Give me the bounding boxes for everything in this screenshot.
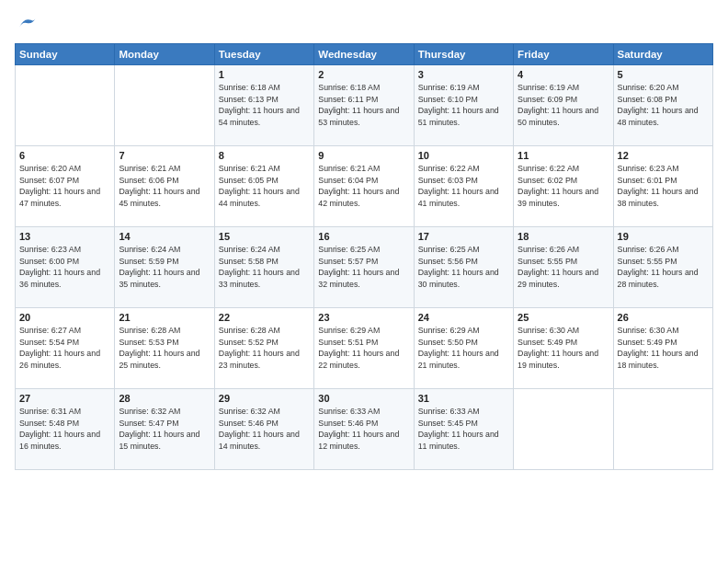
calendar-cell: 21Sunrise: 6:28 AM Sunset: 5:53 PM Dayli… <box>115 307 214 388</box>
day-number: 18 <box>518 231 609 242</box>
calendar-table: SundayMondayTuesdayWednesdayThursdayFrid… <box>15 43 713 470</box>
calendar-week-row: 27Sunrise: 6:31 AM Sunset: 5:48 PM Dayli… <box>16 388 713 469</box>
calendar-cell: 12Sunrise: 6:23 AM Sunset: 6:01 PM Dayli… <box>613 145 712 226</box>
calendar-cell: 13Sunrise: 6:23 AM Sunset: 6:00 PM Dayli… <box>16 226 115 307</box>
day-number: 6 <box>19 150 110 161</box>
calendar-body: 1Sunrise: 6:18 AM Sunset: 6:13 PM Daylig… <box>16 64 713 469</box>
day-number: 21 <box>119 312 210 323</box>
day-info: Sunrise: 6:25 AM Sunset: 5:56 PM Dayligh… <box>418 244 509 291</box>
day-number: 19 <box>618 231 709 242</box>
day-number: 7 <box>119 150 210 161</box>
day-number: 23 <box>318 312 409 323</box>
calendar-cell: 27Sunrise: 6:31 AM Sunset: 5:48 PM Dayli… <box>16 388 115 469</box>
day-number: 11 <box>518 150 609 161</box>
calendar-cell: 16Sunrise: 6:25 AM Sunset: 5:57 PM Dayli… <box>314 226 414 307</box>
calendar-cell: 25Sunrise: 6:30 AM Sunset: 5:49 PM Dayli… <box>514 307 613 388</box>
day-info: Sunrise: 6:28 AM Sunset: 5:52 PM Dayligh… <box>219 325 310 372</box>
calendar-cell: 31Sunrise: 6:33 AM Sunset: 5:45 PM Dayli… <box>414 388 513 469</box>
day-info: Sunrise: 6:29 AM Sunset: 5:50 PM Dayligh… <box>418 325 509 372</box>
day-info: Sunrise: 6:22 AM Sunset: 6:02 PM Dayligh… <box>518 163 609 210</box>
day-number: 9 <box>318 150 409 161</box>
weekday-header-friday: Friday <box>514 43 613 64</box>
calendar-week-row: 1Sunrise: 6:18 AM Sunset: 6:13 PM Daylig… <box>16 64 713 145</box>
calendar-cell: 1Sunrise: 6:18 AM Sunset: 6:13 PM Daylig… <box>214 64 313 145</box>
calendar-cell <box>115 64 214 145</box>
day-info: Sunrise: 6:23 AM Sunset: 6:00 PM Dayligh… <box>19 244 110 291</box>
calendar-cell: 6Sunrise: 6:20 AM Sunset: 6:07 PM Daylig… <box>16 145 115 226</box>
calendar-cell: 20Sunrise: 6:27 AM Sunset: 5:54 PM Dayli… <box>16 307 115 388</box>
calendar-cell: 8Sunrise: 6:21 AM Sunset: 6:05 PM Daylig… <box>214 145 313 226</box>
day-number: 30 <box>318 393 409 404</box>
day-info: Sunrise: 6:28 AM Sunset: 5:53 PM Dayligh… <box>119 325 210 372</box>
day-info: Sunrise: 6:26 AM Sunset: 5:55 PM Dayligh… <box>618 244 709 291</box>
calendar-cell: 2Sunrise: 6:18 AM Sunset: 6:11 PM Daylig… <box>314 64 414 145</box>
day-number: 2 <box>318 69 409 80</box>
day-number: 28 <box>119 393 210 404</box>
day-info: Sunrise: 6:19 AM Sunset: 6:09 PM Dayligh… <box>518 82 609 129</box>
calendar-cell: 24Sunrise: 6:29 AM Sunset: 5:50 PM Dayli… <box>414 307 513 388</box>
day-info: Sunrise: 6:25 AM Sunset: 5:57 PM Dayligh… <box>318 244 409 291</box>
day-info: Sunrise: 6:27 AM Sunset: 5:54 PM Dayligh… <box>19 325 110 372</box>
day-number: 24 <box>418 312 509 323</box>
day-number: 4 <box>518 69 609 80</box>
calendar-cell: 22Sunrise: 6:28 AM Sunset: 5:52 PM Dayli… <box>214 307 313 388</box>
day-number: 27 <box>19 393 110 404</box>
calendar-cell: 14Sunrise: 6:24 AM Sunset: 5:59 PM Dayli… <box>115 226 214 307</box>
day-info: Sunrise: 6:32 AM Sunset: 5:46 PM Dayligh… <box>219 406 310 453</box>
weekday-header-thursday: Thursday <box>414 43 513 64</box>
day-number: 5 <box>618 69 709 80</box>
day-info: Sunrise: 6:24 AM Sunset: 5:59 PM Dayligh… <box>119 244 210 291</box>
calendar-cell: 18Sunrise: 6:26 AM Sunset: 5:55 PM Dayli… <box>514 226 613 307</box>
calendar-cell: 4Sunrise: 6:19 AM Sunset: 6:09 PM Daylig… <box>514 64 613 145</box>
calendar-cell: 7Sunrise: 6:21 AM Sunset: 6:06 PM Daylig… <box>115 145 214 226</box>
day-number: 1 <box>219 69 310 80</box>
calendar-cell: 9Sunrise: 6:21 AM Sunset: 6:04 PM Daylig… <box>314 145 414 226</box>
weekday-header-row: SundayMondayTuesdayWednesdayThursdayFrid… <box>16 43 713 64</box>
day-number: 20 <box>19 312 110 323</box>
day-info: Sunrise: 6:30 AM Sunset: 5:49 PM Dayligh… <box>618 325 709 372</box>
day-info: Sunrise: 6:20 AM Sunset: 6:07 PM Dayligh… <box>19 163 110 210</box>
day-number: 22 <box>219 312 310 323</box>
logo-text <box>15 15 37 36</box>
day-info: Sunrise: 6:18 AM Sunset: 6:13 PM Dayligh… <box>219 82 310 129</box>
weekday-header-wednesday: Wednesday <box>314 43 414 64</box>
day-info: Sunrise: 6:21 AM Sunset: 6:06 PM Dayligh… <box>119 163 210 210</box>
calendar-cell <box>16 64 115 145</box>
calendar-cell: 5Sunrise: 6:20 AM Sunset: 6:08 PM Daylig… <box>613 64 712 145</box>
day-info: Sunrise: 6:20 AM Sunset: 6:08 PM Dayligh… <box>618 82 709 129</box>
weekday-header-tuesday: Tuesday <box>214 43 313 64</box>
day-info: Sunrise: 6:33 AM Sunset: 5:46 PM Dayligh… <box>318 406 409 453</box>
calendar-cell: 10Sunrise: 6:22 AM Sunset: 6:03 PM Dayli… <box>414 145 513 226</box>
day-number: 14 <box>119 231 210 242</box>
day-info: Sunrise: 6:24 AM Sunset: 5:58 PM Dayligh… <box>219 244 310 291</box>
logo <box>15 15 37 36</box>
day-number: 16 <box>318 231 409 242</box>
day-number: 10 <box>418 150 509 161</box>
calendar-week-row: 6Sunrise: 6:20 AM Sunset: 6:07 PM Daylig… <box>16 145 713 226</box>
day-info: Sunrise: 6:21 AM Sunset: 6:04 PM Dayligh… <box>318 163 409 210</box>
weekday-header-sunday: Sunday <box>16 43 115 64</box>
day-number: 26 <box>618 312 709 323</box>
calendar-cell <box>514 388 613 469</box>
day-number: 25 <box>518 312 609 323</box>
day-info: Sunrise: 6:22 AM Sunset: 6:03 PM Dayligh… <box>418 163 509 210</box>
day-info: Sunrise: 6:23 AM Sunset: 6:01 PM Dayligh… <box>618 163 709 210</box>
day-number: 13 <box>19 231 110 242</box>
calendar-cell: 15Sunrise: 6:24 AM Sunset: 5:58 PM Dayli… <box>214 226 313 307</box>
calendar-header: SundayMondayTuesdayWednesdayThursdayFrid… <box>16 43 713 64</box>
day-info: Sunrise: 6:21 AM Sunset: 6:05 PM Dayligh… <box>219 163 310 210</box>
calendar-cell: 30Sunrise: 6:33 AM Sunset: 5:46 PM Dayli… <box>314 388 414 469</box>
calendar-cell: 17Sunrise: 6:25 AM Sunset: 5:56 PM Dayli… <box>414 226 513 307</box>
day-info: Sunrise: 6:26 AM Sunset: 5:55 PM Dayligh… <box>518 244 609 291</box>
calendar-cell: 28Sunrise: 6:32 AM Sunset: 5:47 PM Dayli… <box>115 388 214 469</box>
day-info: Sunrise: 6:33 AM Sunset: 5:45 PM Dayligh… <box>418 406 509 453</box>
weekday-header-saturday: Saturday <box>613 43 712 64</box>
calendar-cell: 29Sunrise: 6:32 AM Sunset: 5:46 PM Dayli… <box>214 388 313 469</box>
calendar-cell: 26Sunrise: 6:30 AM Sunset: 5:49 PM Dayli… <box>613 307 712 388</box>
day-number: 3 <box>418 69 509 80</box>
calendar-cell: 3Sunrise: 6:19 AM Sunset: 6:10 PM Daylig… <box>414 64 513 145</box>
weekday-header-monday: Monday <box>115 43 214 64</box>
day-info: Sunrise: 6:19 AM Sunset: 6:10 PM Dayligh… <box>418 82 509 129</box>
day-info: Sunrise: 6:31 AM Sunset: 5:48 PM Dayligh… <box>19 406 110 453</box>
logo-bird-icon <box>17 15 37 31</box>
